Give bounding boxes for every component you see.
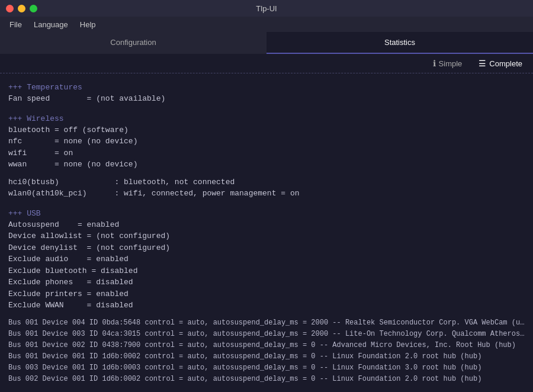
view-toggle: ℹ Simple ☰ Complete bbox=[0, 54, 533, 73]
complete-label: Complete bbox=[489, 59, 522, 68]
usb-header: +++ USB bbox=[8, 209, 525, 218]
wireless-nfc: nfc = none (no device) bbox=[8, 136, 525, 147]
maximize-button[interactable] bbox=[30, 5, 37, 12]
usb-allowlist: Device allowlist = (not configured) bbox=[8, 230, 525, 242]
tab-bar: Configuration Statistics bbox=[0, 32, 533, 54]
wireless-wifi: wifi = on bbox=[8, 147, 525, 159]
usb-autosuspend: Autosuspend = enabled bbox=[8, 219, 525, 231]
window-controls bbox=[6, 5, 37, 12]
usb-exclude-phones: Exclude phones = disabled bbox=[8, 277, 525, 288]
usb-exclude-printers: Exclude printers = enabled bbox=[8, 288, 525, 300]
menu-help[interactable]: Help bbox=[75, 19, 101, 30]
statistics-content: +++ Temperatures Fan speed = (not availa… bbox=[0, 73, 533, 392]
menu-bar: File Language Help bbox=[0, 17, 533, 32]
tab-configuration[interactable]: Configuration bbox=[0, 32, 266, 54]
wireless-header: +++ Wireless bbox=[8, 114, 525, 123]
simple-label: Simple bbox=[439, 59, 463, 68]
temperatures-header: +++ Temperatures bbox=[8, 83, 525, 92]
wireless-bluetooth: bluetooth = off (software) bbox=[8, 124, 525, 136]
bus-line-0: Bus 001 Device 004 ID 0bda:5648 control … bbox=[8, 317, 525, 329]
usb-denylist: Device denylist = (not configured) bbox=[8, 242, 525, 254]
info-icon: ℹ bbox=[433, 59, 436, 68]
wireless-device-0: hci0(btusb) : bluetooth, not connected bbox=[8, 176, 525, 188]
bus-line-3: Bus 001 Device 001 ID 1d6b:0002 control … bbox=[8, 351, 525, 362]
window-title: Tlp-UI bbox=[256, 4, 277, 13]
menu-file[interactable]: File bbox=[5, 19, 27, 30]
fan-speed-line: Fan speed = (not available) bbox=[8, 93, 525, 105]
simple-toggle-button[interactable]: ℹ Simple bbox=[429, 57, 466, 69]
bus-line-5: Bus 002 Device 001 ID 1d6b:0002 control … bbox=[8, 374, 525, 385]
tab-statistics[interactable]: Statistics bbox=[266, 32, 533, 54]
usb-exclude-bluetooth: Exclude bluetooth = disabled bbox=[8, 265, 525, 277]
complete-toggle-button[interactable]: ☰ Complete bbox=[475, 57, 526, 69]
list-icon: ☰ bbox=[479, 59, 486, 68]
minimize-button[interactable] bbox=[18, 5, 25, 12]
wireless-device-1: wlan0(ath10k_pci) : wifi, connected, pow… bbox=[8, 188, 525, 200]
close-button[interactable] bbox=[6, 5, 14, 12]
usb-exclude-wwan: Exclude WWAN = disabled bbox=[8, 300, 525, 311]
bus-line-1: Bus 001 Device 003 ID 04ca:3015 control … bbox=[8, 329, 525, 340]
bus-line-4: Bus 003 Device 001 ID 1d6b:0003 control … bbox=[8, 362, 525, 374]
title-bar: Tlp-UI bbox=[0, 0, 533, 17]
menu-language[interactable]: Language bbox=[29, 19, 73, 30]
wireless-wwan: wwan = none (no device) bbox=[8, 159, 525, 171]
bus-line-2: Bus 001 Device 002 ID 0438:7900 control … bbox=[8, 340, 525, 351]
usb-exclude-audio: Exclude audio = enabled bbox=[8, 253, 525, 265]
